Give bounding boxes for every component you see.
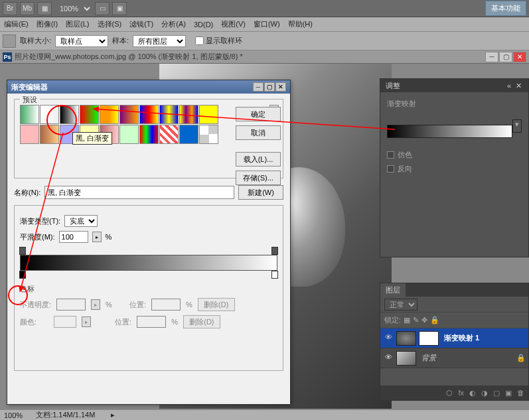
preset-swatch-5[interactable] bbox=[119, 105, 139, 124]
menu-layer[interactable]: 图层(L) bbox=[66, 19, 89, 29]
bridge-icon[interactable]: Br bbox=[3, 2, 17, 15]
menu-image[interactable]: 图像(I) bbox=[37, 19, 58, 29]
gradient-dropdown-icon[interactable]: ▾ bbox=[512, 119, 522, 133]
preset-swatch-19[interactable] bbox=[199, 125, 218, 144]
minibridge-icon[interactable]: Mb bbox=[20, 2, 35, 15]
layer-gradient-map[interactable]: 👁 渐变映射 1 bbox=[380, 328, 528, 348]
menu-filter[interactable]: 滤镜(T) bbox=[129, 19, 153, 29]
view-extras-icon[interactable]: ▦ bbox=[37, 2, 52, 15]
mask-icon[interactable]: ◐ bbox=[469, 389, 476, 397]
lock-all-icon[interactable]: 🔒 bbox=[430, 316, 439, 324]
status-doc-size: 文档:1.14M/1.14M bbox=[36, 410, 95, 420]
preset-swatch-1[interactable] bbox=[40, 105, 59, 124]
ok-button[interactable]: 确定 bbox=[236, 107, 281, 121]
preset-swatch-2[interactable] bbox=[60, 105, 79, 124]
dialog-titlebar[interactable]: 渐变编辑器 ─ ▢ ✕ bbox=[7, 80, 290, 94]
status-bar: 100% 文档:1.14M/1.14M ▸ bbox=[0, 409, 529, 420]
menu-view[interactable]: 视图(V) bbox=[221, 19, 246, 29]
gradient-bar[interactable] bbox=[20, 255, 277, 271]
lock-transparent-icon[interactable]: ▦ bbox=[404, 316, 410, 324]
maximize-icon[interactable]: ▢ bbox=[499, 52, 512, 62]
visibility-icon[interactable]: 👁 bbox=[383, 333, 394, 344]
gradient-preview[interactable] bbox=[387, 125, 512, 138]
fx-icon[interactable]: fx bbox=[458, 389, 464, 397]
percent-label: % bbox=[106, 233, 112, 241]
sample-layers-select[interactable]: 所有图层 bbox=[133, 35, 186, 47]
color-stop-left[interactable] bbox=[19, 271, 26, 279]
preset-tooltip: 黑, 白渐变 bbox=[72, 132, 112, 145]
group-icon[interactable]: ▢ bbox=[493, 389, 500, 397]
color-position-input bbox=[137, 316, 166, 328]
preset-swatch-10[interactable] bbox=[20, 125, 39, 144]
menu-analysis[interactable]: 分析(A) bbox=[161, 19, 186, 29]
zoom-select[interactable]: 100% bbox=[54, 3, 92, 15]
dialog-minimize-icon[interactable]: ─ bbox=[253, 82, 264, 92]
opacity-stop-right[interactable] bbox=[271, 247, 278, 255]
stops-section-label: 色标 bbox=[20, 284, 277, 294]
blend-mode-select[interactable]: 正常 bbox=[384, 299, 417, 311]
dither-checkbox[interactable]: 仿色 bbox=[387, 150, 522, 160]
preset-swatch-16[interactable] bbox=[139, 125, 159, 144]
preset-swatch-15[interactable] bbox=[119, 125, 139, 144]
preset-swatch-4[interactable] bbox=[100, 105, 119, 124]
fill-adjust-icon[interactable]: ◑ bbox=[481, 389, 488, 397]
screen-mode-icon[interactable]: ▣ bbox=[112, 2, 127, 15]
workspace-button[interactable]: 基本功能 bbox=[485, 1, 526, 16]
preset-swatch-0[interactable] bbox=[20, 105, 39, 124]
preset-swatch-6[interactable] bbox=[139, 105, 159, 124]
trash-icon[interactable]: 🗑 bbox=[517, 389, 524, 397]
options-bar: 取样大小: 取样点 样本: 所有图层 显示取样环 bbox=[0, 32, 529, 50]
preset-swatch-9[interactable] bbox=[199, 105, 218, 124]
link-icon[interactable]: ⬡ bbox=[446, 389, 453, 397]
application-toolbar: Br Mb ▦ 100% ▭ ▣ 基本功能 bbox=[0, 0, 529, 17]
panel-collapse-icon[interactable]: « bbox=[504, 82, 514, 90]
preset-swatch-8[interactable] bbox=[179, 105, 198, 124]
arrange-icon[interactable]: ▭ bbox=[95, 2, 110, 15]
menu-edit[interactable]: 编辑(E) bbox=[4, 19, 29, 29]
menu-window[interactable]: 窗口(W) bbox=[254, 19, 280, 29]
preset-swatch-7[interactable] bbox=[159, 105, 179, 124]
name-input[interactable] bbox=[44, 186, 234, 199]
cancel-button[interactable]: 取消 bbox=[236, 125, 281, 140]
preset-swatch-17[interactable] bbox=[159, 125, 179, 144]
preset-grid bbox=[20, 105, 219, 144]
gradient-editor-dialog: 渐变编辑器 ─ ▢ ✕ 预设 ▸ 确定 取消 载入(L)... 存储(S)...… bbox=[7, 80, 291, 405]
layers-tab[interactable]: 图层 bbox=[380, 283, 406, 297]
load-button[interactable]: 载入(L)... bbox=[236, 152, 281, 167]
opacity-position-input bbox=[151, 299, 181, 311]
new-button[interactable]: 新建(W) bbox=[238, 185, 283, 200]
document-title: 照片处理网_www.photops.com.jpg @ 100% (渐变映射 1… bbox=[15, 52, 243, 62]
status-flyout-icon[interactable]: ▸ bbox=[111, 411, 115, 419]
visibility-icon[interactable]: 👁 bbox=[383, 353, 394, 364]
reverse-checkbox[interactable]: 反向 bbox=[387, 164, 522, 174]
dialog-maximize-icon[interactable]: ▢ bbox=[264, 82, 275, 92]
opacity-stop-left[interactable] bbox=[19, 247, 26, 255]
layer-background[interactable]: 👁 背景 🔒 bbox=[380, 348, 528, 368]
menu-select[interactable]: 选择(S) bbox=[98, 19, 122, 29]
close-icon[interactable]: ✕ bbox=[513, 52, 526, 62]
preset-swatch-3[interactable] bbox=[80, 105, 99, 124]
show-ring-checkbox[interactable]: 显示取样环 bbox=[195, 36, 242, 46]
opacity-position-label: 位置: bbox=[129, 300, 146, 310]
lock-brush-icon[interactable]: ✎ bbox=[413, 316, 419, 324]
dialog-close-icon[interactable]: ✕ bbox=[275, 82, 286, 92]
panel-close-icon[interactable]: ✕ bbox=[514, 82, 523, 90]
color-stop-right[interactable] bbox=[271, 271, 278, 279]
name-label: 名称(N): bbox=[14, 188, 40, 198]
eyedropper-tool-icon[interactable] bbox=[3, 35, 16, 48]
menu-help[interactable]: 帮助(H) bbox=[288, 19, 313, 29]
adjustment-thumb bbox=[396, 331, 416, 346]
lock-move-icon[interactable]: ✥ bbox=[421, 316, 427, 324]
gradient-type-select[interactable]: 实底 bbox=[64, 215, 98, 227]
adjustments-title: 调整 bbox=[386, 81, 400, 91]
smoothness-flyout-icon[interactable]: ▸ bbox=[92, 232, 102, 242]
sample-size-select[interactable]: 取样点 bbox=[55, 35, 108, 47]
new-layer-icon[interactable]: ▣ bbox=[505, 389, 512, 397]
preset-swatch-11[interactable] bbox=[40, 125, 59, 144]
minimize-icon[interactable]: ─ bbox=[485, 52, 498, 62]
status-zoom: 100% bbox=[4, 411, 23, 419]
save-button[interactable]: 存储(S)... bbox=[236, 171, 281, 185]
smoothness-input[interactable] bbox=[59, 231, 88, 243]
preset-swatch-18[interactable] bbox=[179, 125, 198, 144]
menu-3d[interactable]: 3D(D) bbox=[194, 21, 213, 29]
